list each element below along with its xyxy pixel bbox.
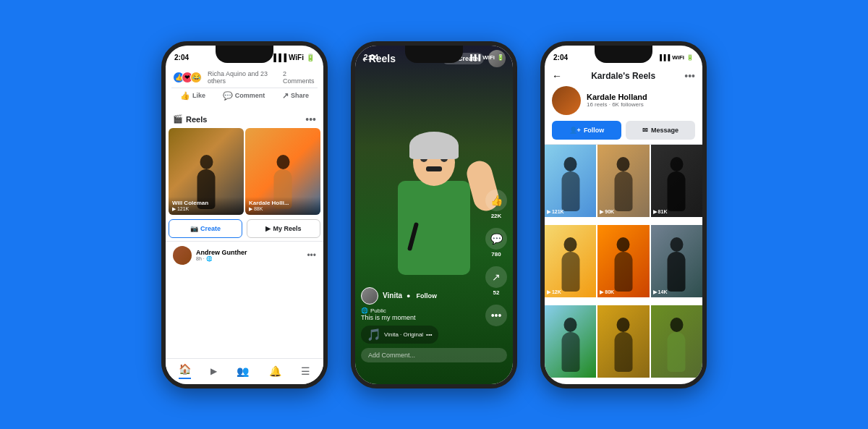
person-mustache xyxy=(426,166,442,171)
music-icon: 🎵 xyxy=(367,328,381,341)
reel-8-figure xyxy=(614,332,632,372)
nav-menu-icon[interactable]: ☰ xyxy=(301,365,310,377)
profile-reel-1[interactable]: ▶ 121K xyxy=(545,145,596,217)
camera-icon: 📷 xyxy=(190,225,198,232)
share-action-icon: ↗ xyxy=(485,266,507,288)
post-user-avatar xyxy=(173,246,192,265)
nav-bell-icon[interactable]: 🔔 xyxy=(269,365,281,377)
reel-1-info: Will Coleman ▶ 121K xyxy=(169,197,244,215)
profile-reel-5[interactable]: ▶ 80K xyxy=(597,225,649,297)
reaction-icons: 👍 ❤ 😂 xyxy=(173,72,199,83)
reel-7-figure xyxy=(561,332,579,372)
haha-reaction-icon: 😂 xyxy=(190,72,202,83)
profile-menu-dots[interactable]: ••• xyxy=(684,70,695,82)
status-bar-1: 2:04 ▐▐▐ WiFi 🔋 xyxy=(166,46,323,66)
profile-reels-grid: ▶ 121K ▶ 90K ▶ 81K ▶ 12K ▶ 80K ▶ 14K xyxy=(545,145,702,384)
reel-1-views: ▶ 121K xyxy=(172,206,240,212)
like-button[interactable]: 👍 Like xyxy=(180,91,205,101)
post-menu-dots[interactable]: ••• xyxy=(307,250,316,260)
reel-action-buttons: 📷 Create ▶ My Reels xyxy=(166,215,323,241)
profile-nav: ← Kardale's Reels ••• xyxy=(552,70,695,82)
video-caption: This is my moment xyxy=(361,314,507,321)
profile-reel-8[interactable] xyxy=(597,305,649,378)
profile-header: ← Kardale's Reels ••• Kardale Holland 16… xyxy=(545,66,702,145)
phone-1: 2:04 ▐▐▐ WiFi 🔋 👍 ❤ 😂 Richa Aquino and 2… xyxy=(161,41,328,388)
reels-title: 🎬 Reels xyxy=(173,114,207,124)
reels-icon: 🎬 xyxy=(173,114,183,124)
person-body xyxy=(398,181,470,275)
follow-icon: 👤+ xyxy=(569,127,581,134)
profile-reel-4[interactable]: ▶ 12K xyxy=(545,225,596,297)
share-button[interactable]: ↗ Share xyxy=(282,91,309,101)
follow-button[interactable]: 👤+ Follow xyxy=(552,121,621,140)
comment-button[interactable]: 💬 Comment xyxy=(223,91,265,101)
comments-count: 2 Comments xyxy=(283,70,316,85)
action-row: 👍 Like 💬 Comment ↗ Share xyxy=(171,88,318,103)
profile-user-info: Kardale Holland 16 reels · 6K followers xyxy=(587,93,647,108)
like-action-icon: 👍 xyxy=(485,190,507,211)
signal-icon-3: ▐▐▐ xyxy=(658,54,670,61)
bottom-nav: 🏠 ▶ 👥 🔔 ☰ xyxy=(166,358,323,384)
message-button[interactable]: ✉ Message xyxy=(626,121,695,140)
status-time-1: 2:04 xyxy=(174,54,189,61)
nav-video-icon[interactable]: ▶ xyxy=(210,366,217,376)
reel-3-stats: ▶ 81K xyxy=(653,209,668,215)
comment-icon: 💬 xyxy=(223,91,233,101)
verified-dot: ● xyxy=(407,292,410,300)
profile-reel-7[interactable] xyxy=(545,305,596,378)
battery-icon: 🔋 xyxy=(306,54,315,61)
profile-action-buttons: 👤+ Follow ✉ Message xyxy=(552,121,695,140)
audio-info[interactable]: 🎵 Vinita · Original ••• xyxy=(361,326,438,344)
wifi-icon-3: WiFi xyxy=(672,54,684,61)
reels-section: 🎬 Reels ••• Will Coleman ▶ 121K Kardale xyxy=(166,109,323,358)
phone-3: 2:04 ▐▐▐ WiFi 🔋 ← Kardale's Reels ••• Ka… xyxy=(540,41,707,388)
audio-dots: ••• xyxy=(426,331,432,338)
reel-1-stats: ▶ 121K xyxy=(547,209,564,215)
reel-2-stats: ▶ 90K xyxy=(600,209,614,215)
reel-4-figure xyxy=(561,252,579,292)
audio-label: Vinita · Original xyxy=(384,331,423,338)
comments-count-player: 780 xyxy=(491,251,501,258)
my-reels-button[interactable]: ▶ My Reels xyxy=(247,219,320,238)
battery-icon-3: 🔋 xyxy=(686,54,694,61)
reel-5-stats: ▶ 80K xyxy=(600,289,614,295)
reel-item-1[interactable]: Will Coleman ▶ 121K xyxy=(169,128,244,215)
post-info: Andrew Gunther 8h · 🌐 xyxy=(196,249,307,262)
status-bar-2: 2:04 ▐▐▐ WiFi 🔋 xyxy=(355,46,513,66)
profile-reel-9[interactable] xyxy=(651,305,702,378)
phone-2: 2:04 ▐▐▐ WiFi 🔋 ‹ Reels 📷 Create xyxy=(351,41,517,388)
reaction-text: Richa Aquino and 23 others xyxy=(208,70,280,85)
profile-title: Kardale's Reels xyxy=(591,71,655,81)
comment-action[interactable]: 💬 780 xyxy=(485,228,507,258)
create-reel-button[interactable]: 📷 Create xyxy=(169,219,242,238)
nav-groups-icon[interactable]: 👥 xyxy=(237,365,249,377)
player-user-info: Vinita ● Follow xyxy=(361,287,507,305)
reels-grid: Will Coleman ▶ 121K Kardale Holli... ▶ 8… xyxy=(166,128,323,215)
post-user-meta: 8h · 🌐 xyxy=(196,256,307,262)
signal-icon-2: ▐▐▐ xyxy=(468,54,480,61)
player-avatar xyxy=(361,287,378,305)
profile-reel-6[interactable]: ▶ 14K xyxy=(651,225,702,297)
post-user-name: Andrew Gunther xyxy=(196,249,307,256)
reel-6-figure xyxy=(668,252,686,292)
reel-9-figure xyxy=(668,332,686,372)
reel-1-figure xyxy=(561,171,579,211)
reel-3-figure xyxy=(668,171,686,211)
comment-input[interactable]: Add Comment... xyxy=(361,348,507,362)
battery-icon-2: 🔋 xyxy=(497,54,504,61)
reel-item-2[interactable]: Kardale Holli... ▶ 88K xyxy=(245,128,320,215)
profile-reel-3[interactable]: ▶ 81K xyxy=(651,145,702,217)
status-time-3: 2:04 xyxy=(553,54,568,61)
follow-button-player[interactable]: Follow xyxy=(416,292,437,300)
like-action[interactable]: 👍 22K xyxy=(485,190,507,219)
feed-header: 👍 ❤ 😂 Richa Aquino and 23 others 2 Comme… xyxy=(166,66,323,106)
back-arrow-profile[interactable]: ← xyxy=(552,70,562,82)
profile-reel-2[interactable]: ▶ 90K xyxy=(597,145,649,217)
globe-icon: 🌐 xyxy=(361,307,368,314)
signal-icon: ▐▐▐ xyxy=(271,54,286,61)
person-hair xyxy=(409,132,459,159)
reel-2-views: ▶ 88K xyxy=(249,206,317,212)
reels-menu-dots[interactable]: ••• xyxy=(305,114,316,125)
status-time-2: 2:04 xyxy=(364,54,378,61)
nav-home-icon[interactable]: 🏠 xyxy=(179,363,191,379)
